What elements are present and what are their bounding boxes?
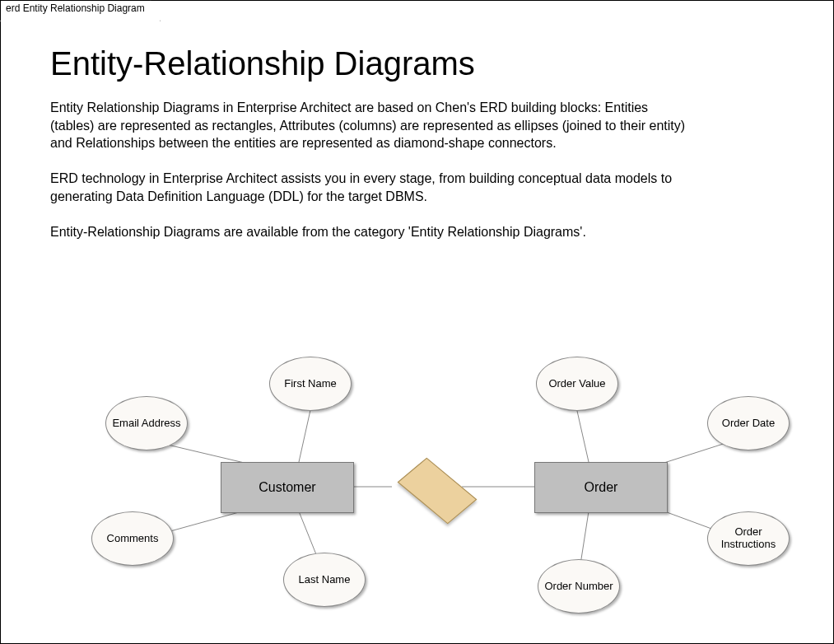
entity-order[interactable]: Order [534, 462, 668, 513]
svg-line-6 [577, 411, 589, 462]
content-block: Entity-Relationship Diagrams Entity Rela… [50, 34, 784, 241]
attribute-comments[interactable]: Comments [91, 511, 174, 566]
attribute-order-date[interactable]: Order Date [707, 396, 790, 450]
attribute-order-number[interactable]: Order Number [538, 559, 620, 614]
diagram-frame: erd Entity Relationship Diagram Entity-R… [0, 0, 834, 644]
entity-label: Order [585, 480, 618, 495]
attribute-first-name[interactable]: First Name [269, 357, 352, 411]
attribute-email-address[interactable]: Email Address [105, 396, 188, 450]
attribute-label: Email Address [112, 418, 180, 430]
entity-customer[interactable]: Customer [221, 462, 354, 513]
attribute-label: Order Instructions [713, 526, 784, 551]
attribute-label: Comments [107, 533, 159, 545]
entity-label: Customer [259, 480, 315, 495]
attribute-label: Order Number [544, 581, 613, 593]
svg-line-3 [299, 410, 310, 462]
attribute-order-instructions[interactable]: Order Instructions [707, 511, 790, 566]
frame-tab: erd Entity Relationship Diagram [0, 0, 161, 21]
attribute-last-name[interactable]: Last Name [283, 553, 366, 607]
attribute-label: First Name [284, 378, 337, 390]
attribute-label: Order Date [722, 418, 775, 430]
page-description: Entity Relationship Diagrams in Enterpri… [50, 99, 692, 241]
page-title: Entity-Relationship Diagrams [50, 45, 784, 82]
attribute-label: Last Name [299, 574, 351, 586]
frame-tab-label: erd Entity Relationship Diagram [6, 2, 145, 14]
attribute-order-value[interactable]: Order Value [536, 357, 618, 411]
attribute-label: Order Value [548, 378, 605, 390]
relationship-customer-order[interactable] [398, 458, 478, 525]
